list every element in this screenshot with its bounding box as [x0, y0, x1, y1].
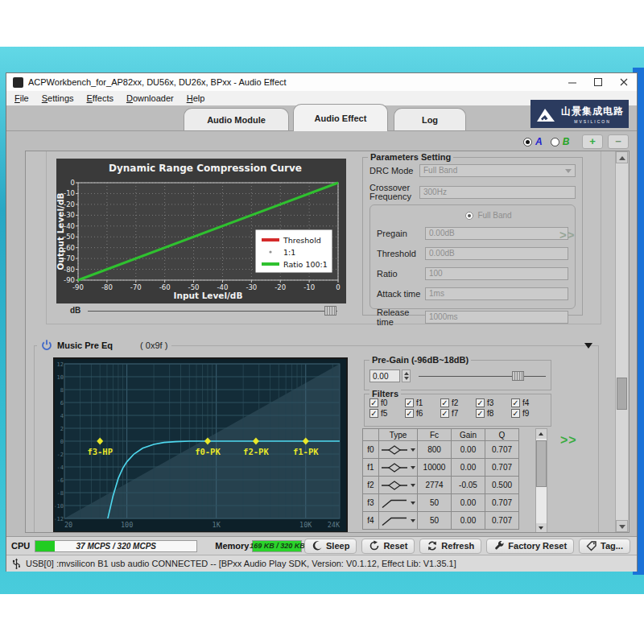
filter-checkbox-f7[interactable]: ✓f7	[440, 409, 476, 418]
menu-help[interactable]: Help	[180, 93, 212, 104]
close-icon[interactable]	[611, 73, 637, 91]
slider-handle[interactable]	[512, 371, 524, 381]
collapse-section-icon[interactable]	[584, 343, 592, 349]
cell-fc[interactable]: 50	[418, 512, 452, 530]
title-bar: ACPWorkbench_for_AP82xx, DU56x, DU26x, B…	[6, 73, 637, 91]
scroll-up-icon[interactable]	[616, 151, 628, 163]
svg-text:-90: -90	[64, 276, 75, 284]
cell-gain[interactable]: 0.00	[452, 441, 485, 459]
menu-settings[interactable]: Settings	[35, 93, 80, 104]
slider-handle[interactable]	[324, 306, 336, 316]
cell-q[interactable]: 0.500	[485, 477, 519, 494]
pre-gain-stepper[interactable]	[402, 369, 411, 382]
filter-checkbox-f1[interactable]: ✓f1	[405, 398, 440, 407]
filter-label: f6	[416, 409, 423, 418]
cell-gain[interactable]: 0.00	[452, 459, 485, 477]
cell-q[interactable]: 0.707	[485, 459, 519, 477]
menu-downloader[interactable]: Downloader	[120, 93, 180, 104]
filter-checkbox-f6[interactable]: ✓f6	[405, 409, 440, 418]
svg-text:6: 6	[60, 400, 64, 407]
filter-checkbox-f4[interactable]: ✓f4	[511, 398, 547, 407]
drc-mode-select[interactable]: Full Band	[419, 164, 576, 177]
param-input-threshold[interactable]: 0.00dB	[425, 247, 568, 260]
filter-type-select[interactable]	[379, 494, 418, 512]
filter-checkbox-f2[interactable]: ✓f2	[440, 398, 476, 407]
menu-file[interactable]: File	[8, 93, 35, 104]
filter-checkbox-f5[interactable]: ✓f5	[369, 409, 405, 418]
filter-label: f8	[487, 409, 493, 418]
drc-expand-button[interactable]: >>	[559, 228, 576, 242]
cell-q[interactable]: 0.707	[485, 441, 519, 459]
param-input-release-time[interactable]: 1000ms	[425, 311, 568, 324]
cell-q[interactable]: 0.707	[485, 494, 519, 512]
col-header-type: Type	[379, 429, 418, 441]
refresh-button[interactable]: Refresh	[419, 539, 481, 554]
drc-gain-slider[interactable]	[88, 305, 337, 316]
pre-gain-input[interactable]: 0.00	[369, 369, 400, 382]
panel-scrollbar[interactable]	[615, 151, 628, 532]
svg-text:1:1: 1:1	[283, 248, 295, 257]
tag-button[interactable]: Tag...	[579, 539, 630, 554]
svg-text:2: 2	[60, 426, 64, 432]
power-icon[interactable]	[41, 339, 52, 351]
chevron-down-icon	[411, 448, 415, 452]
scroll-down-icon[interactable]	[536, 523, 547, 533]
status-buttons: SleepResetRefreshFactory ResetTag...	[304, 539, 630, 554]
param-input-ratio[interactable]: 100	[425, 267, 568, 280]
param-input-attack-time[interactable]: 1ms	[425, 287, 568, 300]
tab-audio-effect[interactable]: Audio Effect	[293, 104, 388, 131]
sleep-button[interactable]: Sleep	[304, 539, 357, 554]
param-label: Pregain	[377, 229, 425, 238]
cell-fc[interactable]: 50	[418, 494, 452, 512]
reset-button[interactable]: Reset	[361, 539, 415, 554]
svg-text:Dynamic Range Compression Curv: Dynamic Range Compression Curve	[109, 163, 302, 174]
cell-gain[interactable]: 0.00	[452, 512, 485, 530]
filter-type-select[interactable]	[379, 512, 418, 530]
tab-audio-module[interactable]: Audio Module	[184, 108, 289, 130]
svg-text:Ratio 100:1: Ratio 100:1	[283, 260, 328, 269]
cell-fc[interactable]: 2774	[418, 477, 452, 494]
table-scrollbar[interactable]	[535, 428, 547, 533]
add-button[interactable]: +	[582, 134, 603, 149]
cell-gain[interactable]: -0.05	[452, 477, 485, 494]
cell-fc[interactable]: 800	[418, 441, 452, 459]
factory-reset-button[interactable]: Factory Reset	[486, 539, 574, 554]
scroll-down-icon[interactable]	[616, 520, 628, 532]
screenshot-root: ACPWorkbench_for_AP82xx, DU56x, DU26x, B…	[0, 0, 644, 644]
svg-text:Input Level/dB: Input Level/dB	[174, 291, 243, 300]
filter-checkbox-f8[interactable]: ✓f8	[476, 409, 511, 418]
svg-text:f2-PK: f2-PK	[243, 447, 269, 456]
filter-checkbox-f3[interactable]: ✓f3	[476, 398, 511, 407]
svg-text:-50: -50	[64, 233, 75, 241]
eq-expand-button[interactable]: >>	[560, 433, 577, 448]
filter-type-select[interactable]	[379, 477, 418, 494]
filter-checkbox-f9[interactable]: ✓f9	[511, 409, 547, 418]
menu-effects[interactable]: Effects	[80, 93, 120, 104]
full-band-radio[interactable]	[465, 212, 473, 220]
brand-logo: 山景集成电路 MVSILICON	[530, 100, 629, 128]
checkbox-icon: ✓	[405, 398, 414, 407]
maximize-icon[interactable]	[585, 73, 611, 91]
drc-gain-row: dB	[70, 305, 337, 317]
tab-log[interactable]: Log	[394, 108, 466, 130]
pre-gain-slider[interactable]	[419, 370, 546, 382]
filter-type-select[interactable]	[379, 459, 418, 477]
music-pre-eq-header: Music Pre Eq ( 0x9f )	[37, 339, 171, 351]
cell-q[interactable]: 0.707	[485, 512, 519, 530]
preset-a-radio[interactable]	[523, 138, 532, 147]
remove-button[interactable]: −	[608, 134, 629, 149]
preset-b-radio[interactable]	[551, 138, 559, 147]
cell-gain[interactable]: 0.00	[452, 494, 485, 512]
filter-checkbox-f0[interactable]: ✓f0	[369, 398, 405, 407]
filter-type-select[interactable]	[379, 441, 418, 459]
scrollbar-thumb[interactable]	[536, 440, 547, 487]
scroll-up-icon[interactable]	[536, 429, 547, 439]
minimize-icon[interactable]	[559, 73, 585, 91]
scrollbar-thumb[interactable]	[617, 378, 627, 410]
svg-text:-20: -20	[64, 200, 75, 208]
crossover-frequency-input[interactable]: 300Hz	[419, 186, 576, 199]
cell-fc[interactable]: 10000	[418, 459, 452, 477]
param-input-pregain[interactable]: 0.00dB	[425, 227, 568, 240]
filter-label: f4	[522, 398, 529, 407]
table-row-f4: f4500.000.707	[363, 512, 519, 530]
